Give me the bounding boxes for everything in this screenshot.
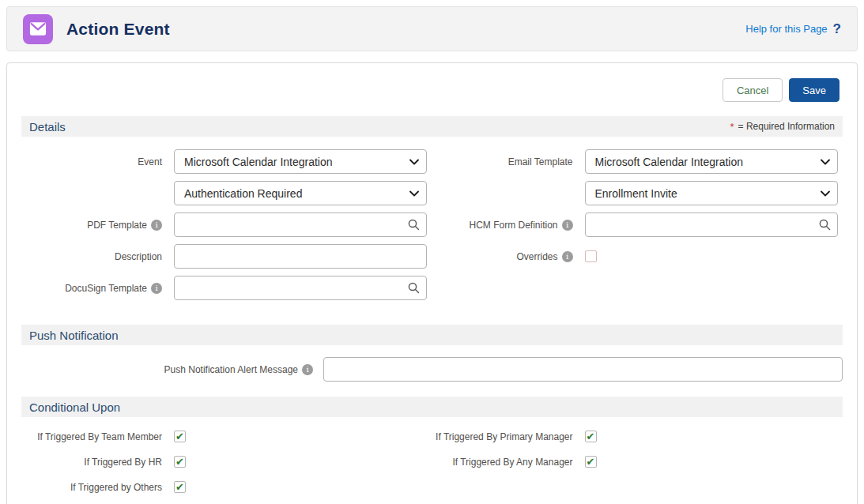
triggered-by-any-manager-label: If Triggered By Any Manager: [432, 457, 573, 468]
form-row: Authentication Required Enrollment Invit…: [21, 181, 843, 205]
overrides-checkbox[interactable]: [585, 250, 597, 262]
email-template-select-value: Microsoft Calendar Integration: [595, 156, 744, 168]
help-question-icon[interactable]: ?: [833, 21, 841, 37]
info-icon[interactable]: [562, 251, 573, 262]
overrides-label: Overrides: [432, 251, 573, 262]
page-header: Action Event Help for this Page ?: [6, 6, 858, 51]
info-icon[interactable]: [151, 283, 162, 294]
event-field: Event Microsoft Calendar Integration: [21, 149, 432, 174]
push-notification-section-title: Push Notification: [29, 329, 119, 342]
triggered-by-hr-label: If Triggered By HR: [21, 457, 162, 468]
chevron-down-icon: [409, 159, 419, 165]
push-notification-form: Push Notification Alert Message: [21, 345, 843, 397]
form-row: Event Microsoft Calendar Integration Ema…: [21, 149, 843, 174]
conditional-upon-section-title: Conditional Upon: [29, 401, 120, 414]
required-note-text: = Required Information: [738, 121, 835, 132]
event-type-field: Authentication Required: [21, 181, 432, 205]
search-icon[interactable]: [408, 219, 420, 231]
pdf-template-label: PDF Template: [21, 220, 162, 231]
conditional-upon-section-header: Conditional Upon: [21, 397, 843, 417]
email-template-type-select[interactable]: Enrollment Invite: [585, 181, 838, 205]
overrides-field: Overrides: [432, 244, 843, 269]
required-asterisk: *: [730, 121, 734, 133]
description-field: Description: [21, 244, 432, 269]
push-notification-alert-message-label: Push Notification Alert Message: [21, 364, 313, 375]
details-section-header: Details * = Required Information: [21, 116, 843, 137]
cancel-button[interactable]: Cancel: [723, 78, 783, 102]
conditional-upon-form: If Triggered By Team Member If Triggered…: [21, 417, 843, 504]
triggered-by-others-checkbox[interactable]: [174, 481, 186, 493]
hcm-form-definition-label: HCM Form Definition: [432, 220, 573, 231]
search-icon[interactable]: [408, 282, 420, 294]
email-template-label: Email Template: [432, 156, 573, 167]
chevron-down-icon: [409, 190, 419, 197]
triggered-by-team-member-label: If Triggered By Team Member: [21, 431, 162, 442]
hcm-form-definition-field: HCM Form Definition: [432, 213, 843, 237]
triggered-by-others-label: If Triggered by Others: [21, 482, 162, 493]
triggered-by-hr-field: If Triggered By HR: [21, 456, 432, 468]
description-input[interactable]: [174, 244, 427, 269]
form-row: Description Overrides: [21, 244, 843, 269]
page: Action Event Help for this Page ? Cancel…: [0, 0, 864, 504]
email-template-type-field: Enrollment Invite: [432, 181, 843, 205]
pdf-template-lookup-input[interactable]: [174, 213, 427, 237]
email-template-select[interactable]: Microsoft Calendar Integration: [585, 149, 838, 174]
details-form: Event Microsoft Calendar Integration Ema…: [21, 137, 843, 325]
docusign-template-field: DocuSign Template: [21, 276, 432, 300]
info-icon[interactable]: [562, 220, 573, 231]
empty-cell: [432, 276, 843, 300]
triggered-by-primary-manager-field: If Triggered By Primary Manager: [432, 431, 843, 442]
description-label: Description: [21, 251, 162, 262]
form-card: Cancel Save Details * = Required Informa…: [6, 62, 858, 504]
form-row: DocuSign Template: [21, 276, 843, 300]
email-action-icon: [23, 14, 53, 44]
email-template-type-select-value: Enrollment Invite: [595, 187, 677, 200]
triggered-by-primary-manager-checkbox[interactable]: [585, 431, 597, 442]
form-row: If Triggered by Others: [21, 481, 843, 493]
form-row: If Triggered By HR If Triggered By Any M…: [21, 456, 843, 468]
info-icon[interactable]: [302, 364, 313, 375]
docusign-template-lookup-input[interactable]: [174, 276, 427, 300]
triggered-by-any-manager-checkbox[interactable]: [585, 456, 597, 468]
triggered-by-primary-manager-label: If Triggered By Primary Manager: [432, 431, 573, 442]
help-link[interactable]: Help for this Page ?: [745, 21, 841, 37]
event-type-select-value: Authentication Required: [184, 187, 302, 200]
search-icon[interactable]: [819, 219, 831, 231]
docusign-template-label: DocuSign Template: [21, 283, 162, 294]
save-button[interactable]: Save: [789, 78, 839, 102]
info-icon[interactable]: [151, 220, 162, 231]
details-section-title: Details: [29, 120, 66, 134]
page-title: Action Event: [66, 20, 170, 39]
hcm-form-definition-lookup-input[interactable]: [585, 213, 838, 237]
push-notification-section-header: Push Notification: [21, 325, 843, 345]
triggered-by-team-member-field: If Triggered By Team Member: [21, 431, 432, 442]
help-link-label[interactable]: Help for this Page: [745, 23, 827, 35]
triggered-by-any-manager-field: If Triggered By Any Manager: [432, 456, 843, 468]
pdf-template-field: PDF Template: [21, 213, 432, 237]
chevron-down-icon: [821, 190, 830, 197]
form-row: PDF Template HCM Form Definition: [21, 213, 843, 237]
empty-cell: [432, 481, 843, 493]
event-label: Event: [21, 156, 162, 167]
triggered-by-team-member-checkbox[interactable]: [174, 431, 186, 442]
required-information-note: * = Required Information: [730, 121, 835, 133]
triggered-by-hr-checkbox[interactable]: [174, 456, 186, 468]
event-select-value: Microsoft Calendar Integration: [184, 156, 333, 168]
chevron-down-icon: [821, 159, 830, 165]
triggered-by-others-field: If Triggered by Others: [21, 481, 432, 493]
form-row: If Triggered By Team Member If Triggered…: [21, 431, 843, 442]
event-type-select[interactable]: Authentication Required: [174, 181, 427, 205]
push-notification-alert-message-input[interactable]: [323, 357, 843, 382]
email-template-field: Email Template Microsoft Calendar Integr…: [432, 149, 843, 174]
toolbar: Cancel Save: [21, 63, 843, 116]
event-select[interactable]: Microsoft Calendar Integration: [174, 149, 427, 174]
